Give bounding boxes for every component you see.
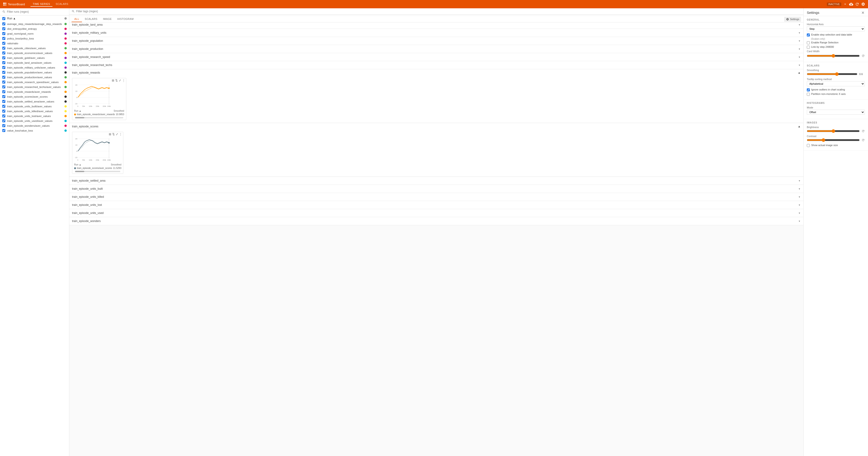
section-row[interactable]: train_episode_military_units▼ bbox=[69, 29, 803, 37]
sidebar-item[interactable]: train_episode_cities/aver_values bbox=[0, 46, 69, 51]
tab-scalars[interactable]: Scalars bbox=[82, 16, 100, 22]
sidebar-item-checkbox[interactable] bbox=[2, 42, 5, 45]
chart-more-icon[interactable]: ⋮ bbox=[122, 79, 125, 82]
sidebar-item-checkbox[interactable] bbox=[2, 119, 5, 122]
sidebar-item-checkbox[interactable] bbox=[2, 61, 5, 64]
sidebar-item[interactable]: train_episode_production/aver_values bbox=[0, 75, 69, 79]
section-row[interactable]: train_episode_units_used▼ bbox=[69, 209, 803, 217]
sidebar-item-checkbox[interactable] bbox=[2, 129, 5, 132]
tab-histogram[interactable]: Histogram bbox=[115, 16, 136, 22]
sidebar-item[interactable]: train_episode_land_area/aver_values bbox=[0, 60, 69, 65]
chart-icon-1[interactable]: ⊞ bbox=[109, 132, 111, 136]
section-row[interactable]: train_episode_units_built▼ bbox=[69, 185, 803, 193]
sidebar-item-checkbox[interactable] bbox=[2, 100, 5, 103]
sidebar-item-checkbox[interactable] bbox=[2, 80, 5, 84]
tab-all[interactable]: All bbox=[71, 16, 82, 22]
sidebar-item[interactable]: train_episode_units_built/aver_values bbox=[0, 104, 69, 109]
enable-range-selection-checkbox[interactable] bbox=[807, 41, 810, 44]
tab-image[interactable]: Image bbox=[100, 16, 115, 22]
chart-icon-2[interactable]: ⇅ bbox=[115, 79, 118, 82]
sidebar-item-checkbox[interactable] bbox=[2, 37, 5, 40]
chart-scrollbar-thumb[interactable] bbox=[75, 117, 84, 119]
section-row[interactable]: train_episode_units_lost▼ bbox=[69, 201, 803, 209]
histogram-mode-select[interactable]: Offset Overlay bbox=[807, 109, 865, 115]
tab-time-series[interactable]: TIME SERIES bbox=[30, 2, 53, 7]
section-row[interactable]: train_episode_population▼ bbox=[69, 37, 803, 45]
tooltip-sorting-select[interactable]: Alphabetical Ascending Descending Neares… bbox=[807, 81, 865, 86]
chart-icon-3[interactable]: ⤢ bbox=[116, 132, 118, 136]
sidebar-item-checkbox[interactable] bbox=[2, 90, 5, 93]
show-actual-size-checkbox[interactable] bbox=[807, 144, 810, 147]
section-row[interactable]: train_episode_production▼ bbox=[69, 45, 803, 53]
sidebar-item-checkbox[interactable] bbox=[2, 66, 5, 69]
settings-button[interactable]: Settings bbox=[784, 17, 801, 22]
filter-tags-input[interactable] bbox=[76, 10, 801, 13]
link-by-step-checkbox[interactable] bbox=[807, 46, 810, 49]
sidebar-item[interactable]: dist_entropy/dist_entropy bbox=[0, 26, 69, 31]
sidebar-item[interactable]: value_loss/value_loss bbox=[0, 128, 69, 133]
sidebar-item[interactable]: train_episode_gold/aver_values bbox=[0, 55, 69, 60]
sidebar-item-checkbox[interactable] bbox=[2, 22, 5, 25]
dropdown-icon[interactable] bbox=[843, 2, 847, 6]
sidebar-item-checkbox[interactable] bbox=[2, 76, 5, 79]
card-width-reset-icon[interactable] bbox=[862, 54, 865, 58]
card-width-slider[interactable] bbox=[807, 54, 860, 58]
section-row[interactable]: train_episode_researched_techs▼ bbox=[69, 61, 803, 69]
chart-icon-3[interactable]: ⤢ bbox=[119, 79, 121, 82]
section-header[interactable]: train_episode_scores▲ bbox=[69, 123, 803, 130]
smoothing-slider[interactable] bbox=[807, 72, 857, 76]
sidebar-item-checkbox[interactable] bbox=[2, 86, 5, 88]
sidebar-item-checkbox[interactable] bbox=[2, 71, 5, 74]
sidebar-item[interactable]: average_step_rewards/average_step_reward… bbox=[0, 22, 69, 26]
contrast-reset-icon[interactable] bbox=[862, 138, 865, 142]
sidebar-item[interactable]: train_episode_scores/aver_scores bbox=[0, 94, 69, 99]
chart-scrollbar-thumb[interactable] bbox=[75, 171, 84, 172]
sidebar-item-checkbox[interactable] bbox=[2, 56, 5, 59]
chart-icon-1[interactable]: ⊞ bbox=[112, 79, 114, 82]
sidebar-item[interactable]: grad_norm/grad_norm bbox=[0, 31, 69, 36]
sidebar-item-checkbox[interactable] bbox=[2, 109, 5, 112]
horizontal-axis-select[interactable]: Step Relative Wall bbox=[807, 26, 865, 31]
tab-scalars[interactable]: SCALARS bbox=[53, 2, 71, 7]
sidebar-item[interactable]: train_episode_wonders/aver_values bbox=[0, 123, 69, 128]
refresh-icon[interactable] bbox=[855, 2, 859, 6]
partition-nonmonotonic-checkbox[interactable] bbox=[807, 93, 810, 96]
sidebar-item[interactable]: train_episode_units_used/aver_values bbox=[0, 119, 69, 123]
sidebar-item-checkbox[interactable] bbox=[2, 105, 5, 108]
section-row[interactable]: train_episode_settled_area▼ bbox=[69, 177, 803, 185]
settings-icon[interactable] bbox=[861, 2, 865, 6]
section-row[interactable]: train_episode_wonders▼ bbox=[69, 217, 803, 225]
sidebar-item[interactable]: train_episode_economics/aver_values bbox=[0, 51, 69, 55]
sidebar-item[interactable]: train_episode_military_units/aver_values bbox=[0, 65, 69, 70]
section-row[interactable]: train_episode_units_killed▼ bbox=[69, 193, 803, 201]
sidebar-item-checkbox[interactable] bbox=[2, 46, 5, 50]
sidebar-item[interactable]: train_episode_researched_techs/aver_valu… bbox=[0, 85, 69, 89]
sidebar-item-checkbox[interactable] bbox=[2, 124, 5, 127]
sidebar-item[interactable]: train_episode_rewards/aver_rewards bbox=[0, 89, 69, 94]
sidebar-item[interactable]: ratio/ratio bbox=[0, 41, 69, 46]
upload-icon[interactable] bbox=[849, 2, 853, 6]
section-row[interactable]: train_episode_research_speed▼ bbox=[69, 53, 803, 61]
chart-scrollbar[interactable] bbox=[75, 171, 120, 172]
sidebar-item[interactable]: policy_loss/policy_loss bbox=[0, 36, 69, 41]
sidebar-item[interactable]: train_episode_settled_area/aver_values bbox=[0, 99, 69, 104]
sidebar-item-checkbox[interactable] bbox=[2, 27, 5, 30]
run-header-checkbox[interactable] bbox=[2, 17, 5, 20]
section-header[interactable]: train_episode_rewards▲ bbox=[69, 69, 803, 76]
chart-icon-2[interactable]: ⇅ bbox=[112, 132, 115, 136]
chart-scrollbar[interactable] bbox=[75, 117, 123, 119]
close-icon[interactable] bbox=[861, 11, 865, 14]
sidebar-item[interactable]: train_episode_research_speed/aver_values bbox=[0, 79, 69, 85]
sidebar-item[interactable]: train_episode_population/aver_values bbox=[0, 70, 69, 75]
sidebar-item-checkbox[interactable] bbox=[2, 95, 5, 98]
chart-more-icon[interactable]: ⋮ bbox=[119, 132, 122, 136]
contrast-slider[interactable] bbox=[807, 138, 860, 142]
brightness-reset-icon[interactable] bbox=[862, 129, 865, 133]
ignore-outliers-checkbox[interactable] bbox=[807, 88, 810, 91]
sidebar-item[interactable]: train_episode_units_lost/aver_values bbox=[0, 113, 69, 119]
sidebar-item-checkbox[interactable] bbox=[2, 115, 5, 118]
enable-step-selection-checkbox[interactable] bbox=[807, 33, 810, 36]
sidebar-item[interactable]: train_episode_units_killed/aver_values bbox=[0, 109, 69, 113]
sidebar-run-header[interactable]: Run ▲ bbox=[0, 15, 69, 22]
sidebar-item-checkbox[interactable] bbox=[2, 32, 5, 35]
